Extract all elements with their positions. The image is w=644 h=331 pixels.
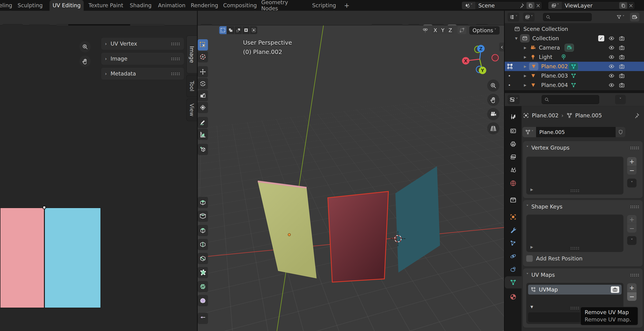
outliner-filter-collection-dropdown[interactable]: ˅ (523, 12, 535, 22)
properties-tab-object-data[interactable] (505, 276, 522, 288)
tool-select-box[interactable] (198, 39, 208, 50)
scene-browse-button[interactable]: ˅ (462, 2, 475, 9)
collection-checkbox[interactable]: ✓ (598, 35, 604, 42)
workspace-tab-rendering[interactable]: Rendering (190, 0, 219, 11)
navigation-gizmo[interactable]: X Z Y (461, 40, 501, 80)
shape-key-add-button[interactable]: + (627, 215, 636, 224)
axis-toggle-x[interactable]: X (432, 26, 439, 34)
viewport-outliner-splitter[interactable] (504, 11, 505, 331)
properties-editor-type-button[interactable]: ˅ (508, 95, 520, 104)
hide-eye-icon[interactable] (608, 54, 614, 60)
shape-key-specials-dropdown[interactable]: ˅ (627, 236, 636, 245)
mesh-data-icon[interactable] (571, 73, 576, 79)
list-resize-grip[interactable] (570, 189, 580, 192)
uv-vertex-handle[interactable] (43, 206, 46, 209)
tool-inset-faces[interactable] (198, 210, 208, 222)
scene-name[interactable]: Scene (475, 2, 519, 9)
properties-tab-scene[interactable] (505, 164, 522, 176)
panel-grip[interactable] (171, 57, 180, 60)
panel-open-icon[interactable]: ˅ (526, 204, 528, 210)
mesh-data-icon[interactable] (571, 82, 576, 88)
panel-open-icon[interactable]: ˅ (526, 145, 528, 150)
mirror-icon[interactable] (422, 27, 428, 34)
tool-smooth[interactable] (198, 295, 208, 306)
list-filter-expander-icon[interactable]: ▼ (530, 305, 533, 309)
tool-loop-cut[interactable] (198, 239, 208, 250)
vertex-groups-list[interactable]: ▶ (526, 156, 624, 194)
options-dropdown[interactable]: Options ˅ (469, 26, 500, 34)
outliner-display-mode-dropdown[interactable]: ˅ (508, 12, 519, 22)
shape-keys-list[interactable]: ▶ (526, 214, 624, 252)
outliner-row-plane-003[interactable]: • ▶ Plane.003 (505, 71, 644, 80)
mesh-browse-button[interactable]: ˅ (522, 127, 536, 137)
outliner-filter-dropdown[interactable]: ˅ (614, 12, 626, 22)
vertex-group-specials-dropdown[interactable]: ˅ (627, 178, 636, 188)
tool-poly-build[interactable] (198, 267, 208, 278)
select-mode-subtract[interactable] (234, 26, 242, 34)
shape-key-remove-button[interactable]: − (627, 224, 636, 232)
tool-spin[interactable] (198, 281, 208, 292)
properties-tab-constraints[interactable] (505, 263, 522, 275)
panel-metadata[interactable]: › Metadata (101, 67, 184, 80)
hide-eye-icon[interactable] (608, 73, 614, 79)
tool-edge-slide[interactable] (198, 313, 208, 324)
disclosure-open-icon[interactable]: ▼ (515, 36, 518, 40)
outliner-row-camera[interactable]: ▶ Camera (505, 43, 644, 52)
uv-map-remove-button[interactable]: − (627, 292, 636, 301)
outliner-row-light[interactable]: ▶ Light (505, 52, 644, 62)
properties-tab-particles[interactable] (505, 237, 522, 249)
panel-grip[interactable] (171, 42, 180, 45)
uv-zoom-button[interactable] (80, 41, 91, 52)
workspace-tab-texture-paint[interactable]: Texture Paint (88, 0, 124, 11)
breadcrumb-data[interactable]: Plane.005 (575, 112, 602, 118)
gizmo-axis-neg-x[interactable] (492, 54, 498, 61)
panel-grip[interactable] (630, 146, 639, 149)
workspace-tab-animation[interactable]: Animation (158, 0, 186, 11)
view-layer-name[interactable]: ViewLayer (562, 2, 619, 9)
workspace-tab-modeling[interactable]: eling (0, 0, 11, 11)
tool-move[interactable] (198, 66, 208, 77)
outliner-properties-splitter[interactable] (505, 90, 644, 93)
view-layer-copy-button[interactable] (619, 2, 627, 9)
add-rest-position-checkbox[interactable] (526, 255, 533, 262)
panel-title[interactable]: Vertex Groups (531, 145, 627, 151)
select-mode-intersect[interactable] (250, 26, 257, 34)
properties-tab-view-layer[interactable] (505, 151, 522, 163)
plane-red-selected[interactable] (328, 192, 388, 282)
mesh-data-badge[interactable] (569, 62, 578, 70)
properties-tab-render[interactable] (505, 125, 522, 137)
panel-image[interactable]: › Image (101, 52, 184, 65)
list-resize-grip[interactable] (570, 306, 580, 310)
disclosure-closed-icon[interactable]: ▶ (524, 83, 526, 87)
sidebar-tab-image[interactable]: Image (186, 36, 197, 74)
viewport-canvas[interactable] (198, 26, 504, 331)
tool-add-cube[interactable] (198, 144, 208, 155)
workspace-tab-uv-editing[interactable]: UV Editing (50, 0, 84, 11)
hide-eye-icon[interactable] (608, 63, 614, 70)
panel-uv-vertex[interactable]: › UV Vertex (101, 38, 184, 50)
properties-tab-material[interactable] (505, 291, 522, 303)
viewport-camera-view-button[interactable] (487, 108, 499, 120)
outliner-row-plane-002[interactable]: ▶ Plane.002 (505, 62, 644, 71)
uv-map-add-button[interactable]: + (627, 283, 636, 292)
viewport-zoom-button[interactable] (487, 80, 499, 92)
tool-transform[interactable] (198, 102, 208, 113)
select-mode-set[interactable] (219, 26, 226, 34)
select-mode-extend[interactable] (227, 26, 234, 34)
panel-open-icon[interactable]: ˅ (526, 272, 528, 278)
disclosure-closed-icon[interactable]: ▶ (524, 74, 526, 78)
view-layer-remove-button[interactable]: × (627, 2, 635, 9)
fake-user-toggle[interactable] (616, 127, 625, 137)
uv-map-name[interactable]: UVMap (539, 286, 608, 293)
tool-rotate[interactable] (198, 78, 208, 89)
properties-tab-collection[interactable] (505, 194, 522, 206)
tool-extrude-region[interactable] (198, 197, 208, 208)
proportional-projected-toggle[interactable] (458, 26, 466, 34)
vertex-group-add-button[interactable]: + (627, 157, 636, 166)
camera-data-badge[interactable] (564, 44, 574, 52)
list-resize-grip[interactable] (570, 246, 580, 250)
uv-map-row[interactable]: UVMap (528, 285, 622, 294)
properties-search-field[interactable] (542, 95, 599, 104)
properties-tab-tool[interactable] (505, 111, 522, 123)
render-visibility-icon[interactable] (619, 73, 625, 79)
